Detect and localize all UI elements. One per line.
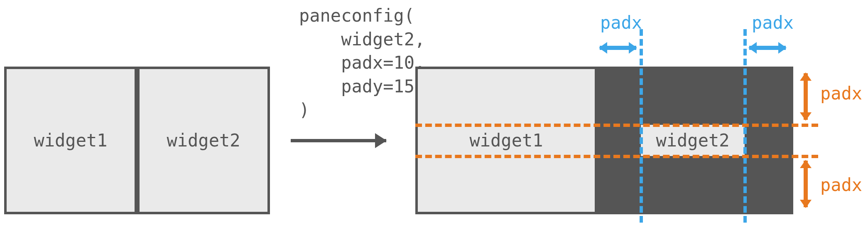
paned-window-before: widget1 widget2 — [4, 67, 270, 214]
widget2-label-after: widget2 — [656, 130, 729, 151]
padx-arrow-left — [600, 46, 636, 50]
pane-widget2-before: widget2 — [140, 69, 267, 212]
widget2-label-before: widget2 — [167, 130, 240, 151]
pady-arrow-top — [804, 73, 808, 120]
padx-label-top-left: padx — [600, 12, 642, 33]
pady-label-right-bottom: padx — [820, 175, 862, 195]
widget1-label-before: widget1 — [34, 130, 107, 151]
pane-widget1-before: widget1 — [7, 69, 135, 212]
code-snippet: paneconfig( widget2, padx=10, pady=15 ) — [299, 4, 425, 122]
transform-arrow — [291, 139, 386, 142]
pane-padding-region: widget2 — [595, 69, 791, 212]
pane-divider-before — [135, 69, 140, 212]
pane-widget2-after: widget2 — [641, 125, 745, 156]
paned-window-after: widget1 widget2 — [415, 67, 793, 214]
padx-label-top-right: padx — [752, 12, 794, 33]
widget1-label-after: widget1 — [469, 130, 543, 151]
pane-widget1-after: widget1 — [418, 69, 595, 212]
pady-guide-top — [415, 124, 818, 127]
pady-arrow-bottom — [804, 161, 808, 207]
pady-label-right-top: padx — [820, 83, 862, 104]
pady-guide-bottom — [415, 155, 818, 158]
padx-arrow-right — [749, 46, 786, 50]
